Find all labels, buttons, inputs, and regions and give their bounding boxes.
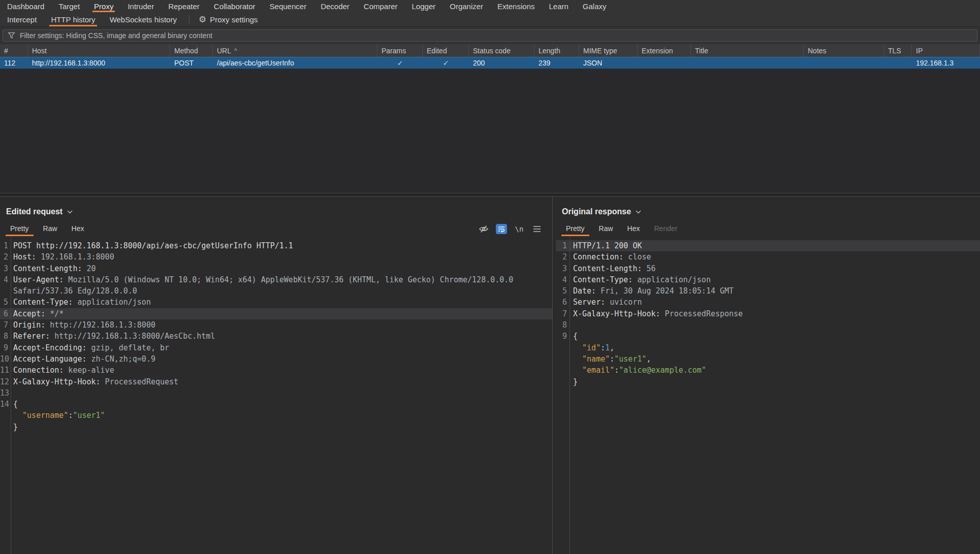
filter-settings-bar[interactable]: Filter settings: Hiding CSS, image and g… xyxy=(3,29,977,42)
original-response-header[interactable]: Original response xyxy=(556,197,980,219)
menu-item-extensions[interactable]: Extensions xyxy=(490,0,542,12)
menu-item-sequencer[interactable]: Sequencer xyxy=(263,0,314,12)
response-editor[interactable]: 1HTTP/1.1 200 OK2Connection: close3Conte… xyxy=(556,236,980,554)
subtab-websockets-history[interactable]: WebSockets history xyxy=(103,12,184,26)
hide-eye-icon[interactable] xyxy=(478,224,489,234)
code-segment-plain xyxy=(573,354,582,364)
code-segment-val: http://192.168.1.3:8000/AesCbc.html xyxy=(50,332,215,341)
column-header-title[interactable]: Title xyxy=(691,44,804,57)
column-header-host[interactable]: Host xyxy=(28,44,170,57)
menu-item-dashboard[interactable]: Dashboard xyxy=(0,0,51,12)
line-content: Accept-Language: zh-CN,zh;q=0.9 xyxy=(10,353,552,365)
subtab-intercept[interactable]: Intercept xyxy=(0,12,44,26)
column-label: Method xyxy=(174,47,198,55)
column-label: Edited xyxy=(427,47,447,55)
menu-item-organizer[interactable]: Organizer xyxy=(442,0,490,12)
column-header-status-code[interactable]: Status code xyxy=(469,44,534,57)
edited-request-header[interactable]: Edited request xyxy=(0,197,552,219)
code-segment-key: "name" xyxy=(582,354,610,364)
editor-line: 4Content-Type: application/json xyxy=(556,274,980,285)
column-header-ip[interactable]: IP xyxy=(912,44,980,57)
edited-request-title: Edited request xyxy=(6,207,62,216)
code-segment-val: 20 xyxy=(82,264,96,273)
edited-request-panel: Edited request PrettyRawHex\n 1POST http… xyxy=(0,197,553,554)
cell-value: 239 xyxy=(539,59,550,67)
row-cell-method: POST xyxy=(170,57,213,69)
code-segment-name: Connection: xyxy=(573,252,623,262)
response-tab-pretty[interactable]: Pretty xyxy=(561,221,589,236)
menu-item-collaborator[interactable]: Collaborator xyxy=(207,0,263,12)
editor-line: Safari/537.36 Edg/128.0.0.0 xyxy=(0,285,552,297)
line-content: HTTP/1.1 200 OK xyxy=(570,240,980,251)
column-header-num[interactable]: # xyxy=(0,44,28,57)
response-tab-hex[interactable]: Hex xyxy=(623,221,645,236)
line-number: 9 xyxy=(0,342,10,353)
history-table-empty-area[interactable] xyxy=(0,69,980,193)
column-header-edited[interactable]: Edited xyxy=(423,44,469,57)
subtab-http-history[interactable]: HTTP history xyxy=(44,12,102,26)
menu-item-galaxy[interactable]: Galaxy xyxy=(576,0,614,12)
column-header-url[interactable]: URL^ xyxy=(213,44,377,57)
line-content: Safari/537.36 Edg/128.0.0.0 xyxy=(10,285,552,297)
line-number: 8 xyxy=(0,331,10,342)
request-tab-pretty[interactable]: Pretty xyxy=(6,221,34,236)
editor-line: 8Referer: http://192.168.1.3:8000/AesCbc… xyxy=(0,331,552,342)
horizontal-splitter[interactable] xyxy=(0,193,980,197)
response-tab-raw[interactable]: Raw xyxy=(594,221,618,236)
row-cell-edited: ✓ xyxy=(423,57,469,69)
column-label: Notes xyxy=(808,47,827,55)
row-cell-mime-type: JSON xyxy=(579,57,638,69)
menu-item-comparer[interactable]: Comparer xyxy=(357,0,405,12)
menu-item-proxy[interactable]: Proxy xyxy=(87,0,120,12)
history-table-row[interactable]: 112http://192.168.1.3:8000POST/api/aes-c… xyxy=(0,57,980,69)
code-segment-name: POST http://192.168.1.3:8000/api/aes-cbc… xyxy=(13,241,293,250)
editor-menu-icon[interactable] xyxy=(531,224,543,234)
newline-toggle-icon[interactable]: \n xyxy=(514,224,525,234)
code-segment-str: "user1" xyxy=(73,411,105,420)
menu-item-decoder[interactable]: Decoder xyxy=(313,0,357,12)
column-header-method[interactable]: Method xyxy=(170,44,213,57)
funnel-icon xyxy=(8,32,15,39)
code-segment-val: Fri, 30 Aug 2024 18:05:14 GMT xyxy=(596,286,734,296)
column-label: Length xyxy=(539,47,560,55)
code-segment-val: http://192.168.1.3:8000 xyxy=(45,320,155,330)
request-tab-hex[interactable]: Hex xyxy=(67,221,89,236)
request-tab-raw[interactable]: Raw xyxy=(39,221,62,236)
chevron-down-icon[interactable] xyxy=(67,210,73,214)
proxy-settings-button[interactable]: ⚙Proxy settings xyxy=(195,12,262,26)
line-content: "id":1, xyxy=(570,342,980,353)
menu-item-target[interactable]: Target xyxy=(51,0,87,12)
menu-item-logger[interactable]: Logger xyxy=(405,0,443,12)
line-content: Server: uvicorn xyxy=(570,297,980,308)
line-content: Date: Fri, 30 Aug 2024 18:05:14 GMT xyxy=(570,285,980,297)
editor-line: "name":"user1", xyxy=(556,353,980,365)
column-header-mime-type[interactable]: MIME type xyxy=(579,44,638,57)
chevron-down-icon[interactable] xyxy=(636,210,641,214)
line-number: 4 xyxy=(0,274,10,285)
request-editor[interactable]: 1POST http://192.168.1.3:8000/api/aes-cb… xyxy=(0,236,552,554)
column-header-notes[interactable]: Notes xyxy=(804,44,884,57)
menu-item-intruder[interactable]: Intruder xyxy=(120,0,161,12)
menu-item-repeater[interactable]: Repeater xyxy=(161,0,207,12)
column-header-tls[interactable]: TLS xyxy=(884,44,912,57)
line-number: 2 xyxy=(556,251,570,263)
column-header-params[interactable]: Params xyxy=(377,44,423,57)
code-segment-val: zh-CN,zh;q=0.9 xyxy=(87,354,155,364)
menu-item-learn[interactable]: Learn xyxy=(542,0,575,12)
column-header-length[interactable]: Length xyxy=(534,44,579,57)
word-wrap-icon[interactable] xyxy=(496,224,507,234)
cell-value: http://192.168.1.3:8000 xyxy=(32,59,105,67)
line-content: { xyxy=(10,399,552,410)
proxy-settings-label: Proxy settings xyxy=(210,15,258,24)
line-number: 10 xyxy=(0,353,10,365)
line-content: } xyxy=(570,376,980,387)
column-header-extension[interactable]: Extension xyxy=(638,44,691,57)
line-content: Referer: http://192.168.1.3:8000/AesCbc.… xyxy=(10,331,552,342)
editor-line: 3Content-Length: 56 xyxy=(556,263,980,274)
code-segment-name: Content-Type: xyxy=(13,298,73,307)
editor-line: 1HTTP/1.1 200 OK xyxy=(556,240,980,251)
line-content: POST http://192.168.1.3:8000/api/aes-cbc… xyxy=(10,240,552,251)
editor-line: 9Accept-Encoding: gzip, deflate, br xyxy=(0,342,552,353)
checkmark-icon: ✓ xyxy=(443,59,449,67)
code-segment-plain: } xyxy=(13,422,18,432)
